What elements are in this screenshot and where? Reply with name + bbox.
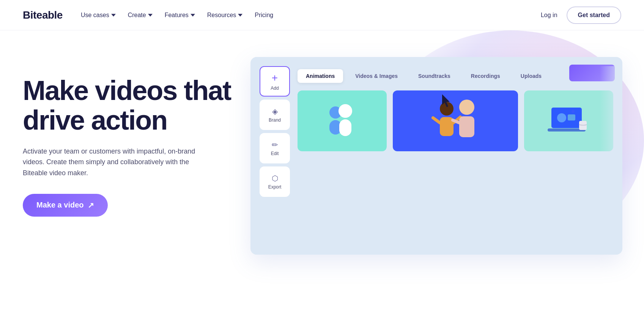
thumbnail-2[interactable] [393,90,518,151]
chevron-down-icon [191,13,195,17]
make-video-button[interactable]: Make a video ↗ [23,194,108,217]
navigation: Biteable Use cases Create Features Resou… [0,0,644,30]
nav-item-use-cases[interactable]: Use cases [81,12,116,19]
sidebar-export-label: Export [268,184,282,190]
nav-links: Use cases Create Features Resources Pric… [81,12,541,19]
thumb-figures-2 [393,90,518,151]
tab-uploads[interactable]: Uploads [512,69,550,83]
people-illustration-2 [427,94,484,147]
svg-rect-9 [459,116,474,137]
arrow-icon: ↗ [88,201,94,210]
svg-rect-3 [339,119,351,136]
sidebar-brand[interactable]: ◈ Brand [260,100,290,130]
svg-point-2 [339,104,352,118]
hero-left: Make videos that drive action Activate y… [23,53,235,217]
logo[interactable]: Biteable [23,9,63,21]
mockup-container: + Add ◈ Brand ✏ Edit ⬡ Export [250,57,622,255]
sidebar-brand-label: Brand [269,117,281,123]
svg-point-8 [459,100,474,115]
sidebar-edit[interactable]: ✏ Edit [260,133,290,163]
tab-soundtracks[interactable]: Soundtracks [410,69,459,83]
svg-point-4 [440,102,453,116]
nav-item-resources[interactable]: Resources [207,12,242,19]
chevron-down-icon [111,13,116,17]
svg-rect-13 [568,114,575,120]
svg-point-12 [557,113,566,122]
mockup-main-content: Animations Videos & Images Soundtracks R… [298,66,613,151]
get-started-button[interactable]: Get started [567,6,621,24]
thumb-figures-1 [298,90,387,151]
laptop-illustration [546,100,591,142]
sidebar-add-label: Add [271,86,279,91]
chevron-down-icon [238,13,242,17]
export-icon: ⬡ [272,174,278,183]
thumbnail-grid [298,90,613,151]
hero-title: Make videos that drive action [23,76,235,135]
cta-label: Make a video [36,201,84,209]
mockup-sidebar: + Add ◈ Brand ✏ Edit ⬡ Export [260,66,294,246]
tab-animations[interactable]: Animations [298,69,343,83]
people-illustration-1 [320,98,365,144]
thumb-figures-3 [524,90,613,151]
svg-line-6 [433,118,440,123]
content-tabs: Animations Videos & Images Soundtracks R… [298,69,613,83]
sidebar-export[interactable]: ⬡ Export [260,166,290,197]
sidebar-edit-label: Edit [271,151,279,156]
thumbnail-1[interactable] [298,90,387,151]
app-mockup: + Add ◈ Brand ✏ Edit ⬡ Export [250,57,622,255]
login-button[interactable]: Log in [541,12,557,19]
nav-right: Log in Get started [541,6,621,24]
tab-recordings[interactable]: Recordings [463,69,509,83]
svg-rect-11 [551,108,582,128]
add-icon: + [272,72,278,84]
chevron-down-icon [148,13,153,17]
nav-item-pricing[interactable]: Pricing [255,12,273,19]
tab-videos-images[interactable]: Videos & Images [347,69,406,83]
hero-description: Activate your team or customers with imp… [23,146,205,179]
hero-section: Make videos that drive action Activate y… [0,30,644,328]
mockup-topbar-accent [569,65,615,81]
edit-icon: ✏ [272,140,278,149]
brand-icon: ◈ [272,107,278,116]
nav-item-create[interactable]: Create [128,12,153,19]
nav-item-features[interactable]: Features [165,12,195,19]
thumbnail-3[interactable] [524,90,613,151]
svg-point-16 [572,110,575,113]
sidebar-add[interactable]: + Add [260,66,290,97]
